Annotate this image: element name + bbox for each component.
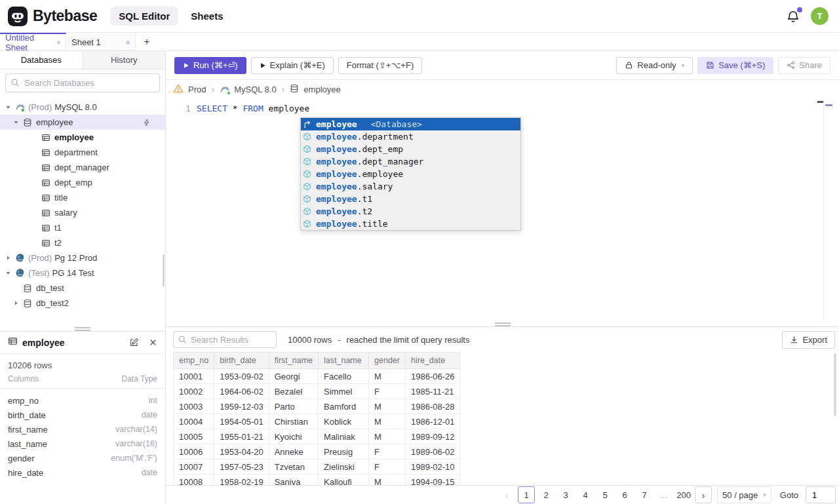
page-button-6[interactable]: 6 (616, 486, 633, 503)
tab-untitled-sheet[interactable]: Untitled Sheet (0, 33, 66, 50)
schema-column-gender[interactable]: genderenum('M','F') (0, 451, 165, 465)
table-row[interactable]: 100081958-02-19SaniyaKalloufiM1994-09-15 (174, 475, 460, 486)
chevron-down-icon[interactable] (13, 119, 23, 125)
tree-item-db-test[interactable]: db_test (0, 281, 165, 296)
autocomplete-item-employee-dept-manager[interactable]: employee.dept_manager (301, 155, 520, 168)
schema-column-first-name[interactable]: first_namevarchar(14) (0, 422, 165, 436)
search-icon (178, 335, 187, 344)
tab-databases[interactable]: Databases (0, 51, 83, 69)
previous-page-button[interactable]: ‹ (498, 486, 515, 503)
autocomplete-item-employee-dept-emp[interactable]: employee.dept_emp (301, 143, 520, 155)
tab-sheet-1[interactable]: Sheet 1 (66, 33, 136, 50)
avatar[interactable]: T (811, 7, 829, 25)
explain-button[interactable]: Explain (⌘+E) (251, 57, 334, 74)
autocomplete-item-employee-salary[interactable]: employee.salary (301, 180, 520, 193)
tree-item-db-test2[interactable]: db_test2 (0, 296, 165, 311)
column-header-last-name[interactable]: last_name (319, 353, 369, 369)
table-row[interactable]: 100051955-01-21KyoichiMaliniakM1989-09-1… (174, 429, 460, 444)
add-sheet-button[interactable]: + (136, 33, 158, 50)
results-panel-divider[interactable] (166, 322, 839, 327)
autocomplete-item-employee-t1[interactable]: employee.t1 (301, 193, 520, 205)
table-row[interactable]: 100031959-12-03PartoBamfordM1986-08-28 (174, 399, 460, 414)
page-button-5[interactable]: 5 (596, 486, 614, 503)
run-button[interactable]: Run (⌘+⏎) (174, 57, 246, 74)
column-header-emp-no[interactable]: emp_no (174, 353, 214, 369)
tab-history[interactable]: History (83, 51, 166, 69)
column-header-birth-date[interactable]: birth_date (214, 353, 269, 369)
autocomplete-item-employee-title[interactable]: employee.title (301, 218, 520, 230)
chevron-down-icon[interactable] (5, 270, 15, 276)
tree-item-t2[interactable]: t2 (0, 235, 165, 250)
next-page-button[interactable]: › (695, 486, 712, 503)
share-button[interactable]: Share (778, 57, 830, 74)
save-button[interactable]: Save (⌘+S) (697, 57, 773, 74)
tree-item-department[interactable]: department (0, 145, 165, 160)
bytebase-logo[interactable] (8, 7, 28, 26)
column-header-gender[interactable]: gender (369, 353, 406, 369)
breadcrumb-environment[interactable]: Prod (188, 85, 206, 94)
schema-column-last-name[interactable]: last_namevarchar(16) (0, 436, 165, 451)
tree-item-title[interactable]: title (0, 190, 165, 205)
column-header-hire-date[interactable]: hire_date (405, 353, 460, 369)
autocomplete-item-employee-department[interactable]: employee.department (301, 130, 520, 143)
nav-sheets[interactable]: Sheets (182, 7, 231, 26)
tree-item-salary[interactable]: salary (0, 205, 165, 220)
editor-scrollbar-thumb[interactable] (825, 104, 832, 106)
table-row[interactable]: 100071957-05-23TzvetanZielinskiF1989-02-… (174, 459, 460, 475)
goto-page-input[interactable] (806, 486, 836, 503)
suggestion-label: employee (316, 119, 357, 129)
results-table: emp_nobirth_datefirst_namelast_namegende… (173, 352, 460, 485)
sql-editor[interactable]: 1 SELECT * FROM employee employee <Datab… (166, 98, 839, 322)
page-button-4[interactable]: 4 (577, 486, 594, 503)
tree-item-employee[interactable]: employee (0, 130, 165, 145)
search-databases-input[interactable] (5, 73, 160, 92)
sidebar-tabs: Databases History (0, 51, 165, 69)
tree-item-t1[interactable]: t1 (0, 220, 165, 235)
autocomplete-item-selected[interactable]: employee <Database> (301, 118, 520, 130)
sql-editor-app: Bytebase SQL Editor Sheets T Untitled Sh… (0, 0, 839, 504)
panel-drag-handle[interactable] (75, 327, 90, 332)
nav-sql-editor[interactable]: SQL Editor (110, 7, 178, 26)
breadcrumb-database[interactable]: employee (303, 85, 340, 94)
page-button-7[interactable]: 7 (636, 486, 653, 503)
chevron-right-icon[interactable] (5, 255, 15, 261)
database-tree: (Prod)MySQL 8.0employeeemployeedepartmen… (0, 98, 165, 331)
page-button-200[interactable]: 200 (675, 486, 692, 503)
readonly-mode-select[interactable]: Read-only ▾ (616, 57, 693, 74)
tree-item-dept-emp[interactable]: dept_emp (0, 175, 165, 190)
autocomplete-item-employee-employee[interactable]: employee.employee (301, 168, 520, 180)
edit-icon[interactable] (129, 338, 139, 347)
table-cube-icon (303, 170, 313, 178)
database-icon (290, 84, 299, 95)
tree-item-employee[interactable]: employee (0, 115, 165, 130)
table-row[interactable]: 100011953-09-02GeorgiFacelloM1986-06-26 (174, 369, 460, 384)
search-results-input[interactable] (173, 331, 277, 348)
chevron-down-icon[interactable] (5, 104, 15, 110)
table-row[interactable]: 100061953-04-20AnnekePreusigF1989-06-02 (174, 444, 460, 459)
export-button[interactable]: Export (782, 331, 835, 349)
sidebar-scrollbar[interactable] (163, 254, 165, 287)
page-button-3[interactable]: 3 (557, 486, 574, 503)
notification-bell-icon[interactable] (786, 9, 800, 24)
table-row[interactable]: 100041954-05-01ChirstianKoblickM1986-12-… (174, 414, 460, 429)
schema-column-hire-date[interactable]: hire_datedate (0, 465, 165, 480)
page-button-2[interactable]: 2 (537, 486, 555, 503)
results-scrollbar[interactable] (834, 353, 836, 416)
tree-item-prod-mysql-8-0[interactable]: (Prod)MySQL 8.0 (0, 100, 165, 115)
table-row[interactable]: 100021964-06-02BezalelSimmelF1985-11-21 (174, 384, 460, 399)
tree-item-test-pg-14-test[interactable]: (Test)PG 14 Test (0, 265, 165, 281)
schema-column-birth-date[interactable]: birth_datedate (0, 408, 165, 422)
tree-item-prod-pg-12-prod[interactable]: (Prod)Pg 12 Prod (0, 250, 165, 265)
close-icon[interactable] (149, 338, 157, 347)
format-button[interactable]: Format (⇧+⌥+F) (338, 57, 422, 74)
chevron-right-icon[interactable] (13, 300, 23, 306)
autocomplete-item-employee-t2[interactable]: employee.t2 (301, 205, 520, 218)
editor-overview-ruler (823, 98, 824, 320)
schema-column-emp-no[interactable]: emp_noint (0, 393, 165, 408)
page-button-1[interactable]: 1 (518, 486, 535, 503)
tree-item-dept-manager[interactable]: dept_manager (0, 160, 165, 175)
connect-bolt-icon[interactable] (143, 119, 151, 126)
page-size-select[interactable]: 50 / page ▾ (717, 486, 771, 503)
column-header-first-name[interactable]: first_name (269, 353, 318, 369)
breadcrumb-instance[interactable]: MySQL 8.0 (234, 85, 277, 94)
